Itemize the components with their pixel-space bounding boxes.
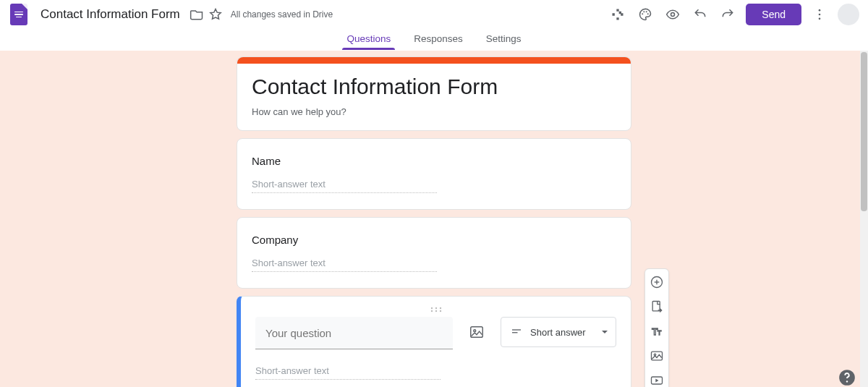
tab-responses[interactable]: Responses [412, 29, 464, 50]
svg-point-10 [439, 307, 441, 309]
svg-point-3 [647, 13, 649, 14]
svg-point-15 [474, 330, 476, 332]
forms-logo-icon[interactable] [10, 4, 27, 25]
question-title-input[interactable] [255, 317, 453, 349]
move-to-folder-icon[interactable] [187, 5, 206, 24]
question-card[interactable]: Company Short-answer text [237, 217, 631, 289]
tab-settings[interactable]: Settings [485, 29, 523, 50]
add-video-icon[interactable] [647, 372, 666, 387]
question-type-dropdown[interactable]: Short answer [501, 317, 616, 347]
undo-icon[interactable] [691, 5, 710, 24]
add-image-toolbar-icon[interactable] [647, 347, 666, 365]
save-status: All changes saved in Drive [231, 9, 333, 20]
scrollbar-thumb[interactable] [861, 52, 867, 211]
star-icon[interactable] [206, 5, 225, 24]
more-icon[interactable] [810, 5, 829, 24]
app-header: Contact Information Form All changes sav… [0, 0, 868, 29]
answer-placeholder: Short-answer text [252, 258, 437, 272]
svg-point-2 [646, 11, 647, 12]
add-title-icon[interactable]: TT [647, 323, 666, 340]
svg-point-8 [430, 307, 432, 309]
answer-placeholder: Short-answer text [252, 179, 437, 193]
svg-point-7 [819, 18, 821, 20]
tab-bar: Questions Responses Settings [0, 29, 868, 51]
svg-point-12 [435, 310, 436, 312]
active-question-row: Short answer [255, 317, 616, 349]
scrollbar[interactable] [860, 51, 868, 387]
form-canvas: Contact Information Form How can we help… [0, 51, 868, 387]
form-column: Contact Information Form How can we help… [237, 56, 631, 387]
svg-point-5 [819, 9, 821, 12]
svg-point-11 [430, 310, 432, 312]
help-icon[interactable] [838, 368, 856, 387]
svg-point-6 [819, 14, 821, 16]
svg-rect-21 [652, 302, 660, 311]
svg-point-30 [846, 380, 848, 382]
redo-icon[interactable] [718, 5, 737, 24]
customize-theme-icon[interactable] [636, 5, 655, 24]
add-image-icon[interactable] [464, 320, 489, 344]
drag-handle-icon[interactable] [255, 307, 616, 317]
send-button[interactable]: Send [746, 4, 801, 25]
svg-text:T: T [658, 329, 662, 336]
svg-point-13 [439, 310, 441, 312]
header-actions: Send [608, 4, 859, 25]
question-card[interactable]: Name Short-answer text [237, 138, 631, 210]
chevron-down-icon [601, 328, 608, 336]
addons-icon[interactable] [608, 5, 627, 24]
svg-point-4 [671, 13, 675, 17]
floating-toolbar: TT [644, 268, 669, 387]
question-type-label: Short answer [530, 327, 594, 338]
answer-placeholder: Short-answer text [255, 365, 441, 380]
doc-title[interactable]: Contact Information Form [41, 7, 180, 22]
question-label: Company [252, 234, 616, 246]
preview-icon[interactable] [663, 5, 682, 24]
add-question-icon[interactable] [647, 273, 666, 291]
question-label: Name [252, 155, 616, 167]
question-card-active[interactable]: Short answer Short-answer text [237, 296, 631, 387]
svg-rect-14 [471, 327, 483, 338]
svg-point-9 [435, 307, 436, 309]
tab-questions[interactable]: Questions [345, 29, 392, 50]
user-avatar[interactable] [838, 4, 859, 25]
form-title-card[interactable]: Contact Information Form How can we help… [237, 56, 631, 131]
import-questions-icon[interactable] [647, 298, 666, 315]
svg-point-0 [642, 13, 644, 14]
form-title[interactable]: Contact Information Form [252, 75, 616, 99]
form-description[interactable]: How can we help you? [252, 106, 616, 117]
svg-point-1 [644, 11, 645, 12]
